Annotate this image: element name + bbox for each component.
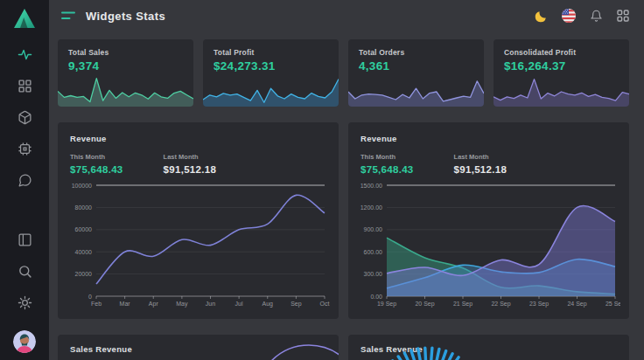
stat-card-total-profit[interactable]: Total Profit $24,273.31 — [203, 39, 339, 107]
stats-row: Total Sales 9,374 Total Profit $24,273.3… — [58, 39, 629, 107]
svg-text:22 Sep: 22 Sep — [491, 301, 510, 308]
svg-text:40000: 40000 — [75, 249, 93, 255]
svg-text:Apr: Apr — [149, 301, 159, 308]
this-month-value: $75,648.43 — [360, 164, 414, 175]
main-content: Total Sales 9,374 Total Profit $24,273.3… — [58, 39, 629, 360]
this-month-value: $75,648.43 — [70, 164, 123, 175]
moon-dark-mode-icon[interactable] — [535, 10, 548, 23]
last-month-label: Last Month — [164, 153, 217, 161]
svg-text:20 Sep: 20 Sep — [415, 301, 434, 308]
page-title: Widgets Stats — [86, 10, 165, 23]
card-title: Revenue — [70, 134, 326, 143]
this-month-group: This Month $75,648.43 — [70, 153, 123, 175]
svg-text:24 Sep: 24 Sep — [567, 301, 586, 308]
svg-text:0: 0 — [88, 294, 92, 300]
svg-text:23 Sep: 23 Sep — [529, 301, 549, 308]
sidebar-bottom — [13, 232, 36, 353]
card-title: Sales Revenue — [70, 344, 326, 354]
svg-text:300.00: 300.00 — [364, 271, 383, 277]
stat-label: Consolidated Profit — [504, 48, 619, 57]
svg-text:Jun: Jun — [206, 301, 215, 307]
svg-text:Sep: Sep — [290, 301, 302, 308]
svg-text:19 Sep: 19 Sep — [377, 301, 396, 308]
card-title: Sales Revenue — [360, 344, 617, 354]
last-month-value: $91,512.18 — [164, 164, 217, 175]
stat-card-consolidated-profit[interactable]: Consolidated Profit $16,264.37 — [494, 39, 629, 107]
chip-icon[interactable] — [18, 142, 32, 156]
svg-text:Aug: Aug — [262, 301, 274, 308]
sales-revenue-card-donut: Sales Revenue $9,641.26 — [58, 335, 339, 360]
svg-text:0.00: 0.00 — [370, 294, 382, 300]
stat-value: $16,264.37 — [504, 59, 619, 73]
svg-text:900.00: 900.00 — [364, 226, 383, 232]
svg-text:Mar: Mar — [120, 301, 131, 307]
revenue-line-chart: 020000400006000080000100000FebMarAprMayJ… — [66, 180, 330, 312]
last-month-group: Last Month $91,512.18 — [164, 153, 217, 175]
this-month-label: This Month — [360, 153, 414, 161]
stat-label: Total Orders — [359, 48, 473, 57]
svg-text:80000: 80000 — [75, 204, 93, 211]
apps-grid-icon[interactable] — [617, 10, 629, 22]
sparkline-chart — [494, 74, 629, 107]
grid-icon[interactable] — [18, 79, 32, 93]
svg-text:20000: 20000 — [75, 271, 93, 277]
dashboard-root: Widgets Stats — [0, 0, 644, 360]
hamburger-menu-icon[interactable] — [61, 10, 75, 21]
header-icons — [535, 9, 629, 23]
revenue-area-chart: 0.00300.00600.00900.001200.001500.0019 S… — [357, 180, 620, 312]
sidebar-nav — [18, 47, 32, 188]
stat-label: Total Sales — [68, 48, 183, 57]
svg-text:25 Sep: 25 Sep — [606, 301, 620, 308]
svg-text:1500.00: 1500.00 — [360, 183, 382, 189]
activity-icon[interactable] — [18, 47, 32, 62]
bottom-row: Sales Revenue $9,641.26 Sales Revenue $9… — [58, 335, 629, 360]
stat-value: 9,374 — [68, 59, 183, 73]
us-flag-icon[interactable] — [562, 9, 576, 23]
sidebar — [0, 0, 49, 360]
sparkline-chart — [348, 74, 484, 107]
revenue-stats: This Month $75,648.43 Last Month $91,512… — [360, 153, 617, 175]
svg-text:May: May — [176, 301, 188, 308]
revenue-row: Revenue This Month $75,648.43 Last Month… — [58, 122, 629, 319]
stat-value: 4,361 — [359, 59, 473, 73]
revenue-stats: This Month $75,648.43 Last Month $91,512… — [70, 153, 326, 175]
stat-value: $24,273.31 — [214, 59, 328, 73]
last-month-label: Last Month — [454, 153, 508, 161]
this-month-label: This Month — [70, 153, 123, 161]
svg-text:Oct: Oct — [320, 301, 330, 307]
svg-text:Feb: Feb — [91, 301, 102, 307]
search-icon[interactable] — [18, 264, 32, 279]
svg-text:Jul: Jul — [235, 301, 243, 307]
svg-text:1200.00: 1200.00 — [360, 204, 382, 211]
layout-panel-icon[interactable] — [18, 232, 32, 247]
stat-label: Total Profit — [214, 48, 328, 57]
stat-card-total-orders[interactable]: Total Orders 4,361 — [348, 39, 484, 107]
bell-notifications-icon[interactable] — [590, 10, 603, 23]
this-month-group: This Month $75,648.43 — [360, 153, 414, 175]
svg-text:100000: 100000 — [72, 183, 92, 189]
chat-icon[interactable] — [18, 173, 32, 188]
svg-text:600.00: 600.00 — [364, 249, 383, 255]
header: Widgets Stats — [49, 0, 644, 31]
last-month-value: $91,512.18 — [454, 164, 508, 175]
last-month-group: Last Month $91,512.18 — [454, 153, 508, 175]
card-title: Revenue — [360, 134, 617, 143]
sparkline-chart — [203, 74, 339, 107]
svg-text:60000: 60000 — [75, 226, 93, 232]
user-avatar[interactable] — [13, 330, 36, 353]
sparkline-chart — [58, 74, 193, 107]
package-icon[interactable] — [18, 110, 32, 125]
sales-revenue-card-gauge: Sales Revenue $9,641.26 — [348, 335, 629, 360]
stat-card-total-sales[interactable]: Total Sales 9,374 — [58, 39, 193, 107]
revenue-card-area: Revenue This Month $75,648.43 Last Month… — [348, 122, 629, 319]
settings-gear-icon[interactable] — [18, 295, 32, 310]
brand-logo[interactable] — [12, 7, 37, 33]
svg-text:21 Sep: 21 Sep — [453, 301, 472, 308]
revenue-card-line: Revenue This Month $75,648.43 Last Month… — [58, 122, 339, 319]
